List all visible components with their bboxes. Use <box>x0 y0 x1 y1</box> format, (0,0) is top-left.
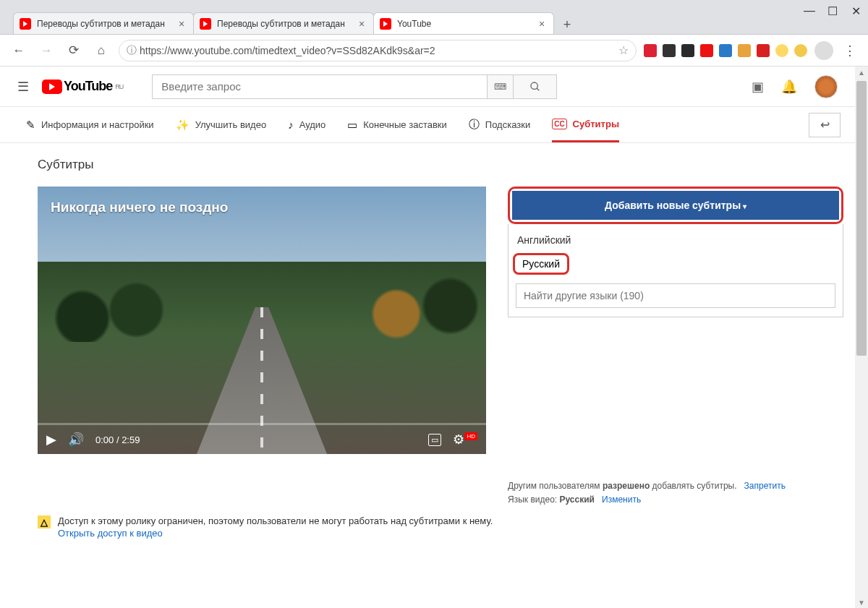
youtube-header: ☰ YouTube RU ⌨ ▣ 🔔 <box>0 67 855 107</box>
subtitles-panel: Добавить новые субтитры Английский Русск… <box>508 187 843 507</box>
tab-audio[interactable]: ♪ Аудио <box>288 107 326 142</box>
address-bar[interactable]: ⓘ https://www.youtube.com/timedtext_vide… <box>119 40 637 61</box>
tab-subtitles[interactable]: CC Субтитры <box>552 107 619 142</box>
info-circle-icon: ⓘ <box>469 118 480 132</box>
play-button-icon[interactable]: ▶ <box>46 432 56 448</box>
page-scrollbar[interactable]: ▲ ▼ <box>855 67 868 608</box>
tab-title: YouTube <box>397 19 535 29</box>
browser-tab-strip: Переводы субтитров и метадан × Переводы … <box>0 0 868 35</box>
browser-menu-button[interactable]: ⋮ <box>841 43 859 59</box>
extension-icon[interactable] <box>681 44 694 57</box>
language-search <box>516 283 835 308</box>
language-option-english[interactable]: Английский <box>509 228 843 252</box>
undo-button[interactable]: ↩ <box>809 113 841 137</box>
browser-tab[interactable]: Переводы субтитров и метадан × <box>13 12 194 34</box>
endscreen-icon: ▭ <box>347 119 357 132</box>
change-language-link[interactable]: Изменить <box>602 494 641 505</box>
tab-title: Переводы субтитров и метадан <box>37 19 174 29</box>
tab-cards[interactable]: ⓘ Подсказки <box>469 107 530 142</box>
subtitle-meta: Другим пользователям разрешено добавлять… <box>508 469 843 507</box>
browser-profile-avatar[interactable] <box>814 41 833 60</box>
youtube-play-icon <box>42 80 62 94</box>
new-tab-button[interactable]: + <box>558 15 576 34</box>
browser-tab[interactable]: Переводы субтитров и метадан × <box>193 12 374 34</box>
scroll-up-icon[interactable]: ▲ <box>855 67 868 78</box>
nav-reload-button[interactable]: ⟳ <box>64 40 84 61</box>
tab-label: Улучшить видео <box>195 119 267 130</box>
page-title: Субтитры <box>38 158 843 172</box>
language-dropdown: Английский Русский <box>508 224 843 317</box>
bookmark-star-icon[interactable]: ☆ <box>618 43 629 57</box>
nav-home-button[interactable]: ⌂ <box>91 40 111 61</box>
url-text: https://www.youtube.com/timedtext_video?… <box>140 45 618 56</box>
extension-icon[interactable] <box>738 44 751 57</box>
extension-icon[interactable] <box>757 44 770 57</box>
disallow-link[interactable]: Запретить <box>744 481 786 491</box>
extension-icon[interactable] <box>663 44 676 57</box>
access-warning: △ Доступ к этому ролику ограничен, поэто… <box>0 507 855 547</box>
video-player[interactable]: Никогда ничего не поздно ▶ 🔊 0:00 / 2:59… <box>38 187 486 454</box>
youtube-favicon-icon <box>200 18 211 30</box>
tab-info-settings[interactable]: ✎ Информация и настройки <box>26 107 154 142</box>
extension-icon[interactable] <box>719 44 732 57</box>
language-option-russian[interactable]: Русский <box>513 253 569 275</box>
notifications-bell-icon[interactable]: 🔔 <box>781 79 797 95</box>
extension-icon[interactable] <box>644 44 657 57</box>
pencil-icon: ✎ <box>26 119 35 132</box>
maximize-icon[interactable]: ☐ <box>827 6 838 16</box>
video-title-overlay: Никогда ничего не поздно <box>51 200 228 215</box>
nav-forward-button[interactable]: → <box>36 40 56 61</box>
tab-label: Субтитры <box>573 119 619 129</box>
browser-tab-active[interactable]: YouTube × <box>373 12 554 34</box>
header-actions: ▣ 🔔 <box>752 75 838 98</box>
volume-icon[interactable]: 🔊 <box>68 432 84 448</box>
tab-close-icon[interactable]: × <box>179 18 187 30</box>
svg-line-1 <box>537 88 539 90</box>
tab-close-icon[interactable]: × <box>359 18 367 30</box>
scrollbar-thumb[interactable] <box>856 81 867 356</box>
upload-video-icon[interactable]: ▣ <box>752 79 764 95</box>
warning-text: Доступ к этому ролику ограничен, поэтому… <box>58 515 493 526</box>
user-avatar[interactable] <box>814 75 838 98</box>
cc-icon: CC <box>552 119 566 129</box>
language-search-input[interactable] <box>516 283 835 308</box>
hamburger-menu-icon[interactable]: ☰ <box>17 79 29 95</box>
add-subtitles-button[interactable]: Добавить новые субтитры <box>512 191 839 220</box>
window-controls: — ☐ ✕ <box>804 6 861 16</box>
settings-gear-icon[interactable]: ⚙HD <box>453 432 477 448</box>
player-controls: ▶ 🔊 0:00 / 2:59 ▭ ⚙HD <box>38 425 486 454</box>
logo-region: RU <box>115 83 123 90</box>
tab-label: Конечные заставки <box>363 119 447 130</box>
warning-icon: △ <box>38 515 51 528</box>
scroll-down-icon[interactable]: ▼ <box>855 596 868 608</box>
logo-text: YouTube <box>64 79 112 94</box>
progress-bar[interactable] <box>38 423 486 425</box>
browser-toolbar: ← → ⟳ ⌂ ⓘ https://www.youtube.com/timedt… <box>0 35 868 67</box>
svg-point-0 <box>531 82 537 89</box>
video-frame-trees <box>38 262 486 342</box>
open-access-link[interactable]: Открыть доступ к видео <box>58 528 493 539</box>
nav-back-button[interactable]: ← <box>9 40 29 61</box>
search-input[interactable] <box>152 74 488 99</box>
add-subtitles-highlight: Добавить новые субтитры <box>508 187 843 224</box>
minimize-icon[interactable]: — <box>804 6 814 16</box>
close-icon[interactable]: ✕ <box>851 6 861 16</box>
captions-icon[interactable]: ▭ <box>428 434 441 446</box>
youtube-favicon-icon <box>20 18 31 30</box>
keyboard-icon[interactable]: ⌨ <box>488 74 514 99</box>
extension-icon[interactable] <box>700 44 713 57</box>
tab-title: Переводы субтитров и метадан <box>217 19 354 29</box>
extension-icon[interactable] <box>775 44 788 57</box>
main-content: Субтитры Никогда ничего не поздно ▶ 🔊 0:… <box>0 143 855 507</box>
tab-label: Информация и настройки <box>41 119 154 130</box>
extension-icon[interactable] <box>794 44 807 57</box>
extension-icons <box>644 44 807 57</box>
tab-close-icon[interactable]: × <box>539 18 548 30</box>
tab-endscreens[interactable]: ▭ Конечные заставки <box>347 107 447 142</box>
youtube-logo[interactable]: YouTube RU <box>42 79 123 94</box>
music-note-icon: ♪ <box>288 119 294 131</box>
tab-label: Подсказки <box>485 119 530 130</box>
site-info-icon[interactable]: ⓘ <box>127 44 137 57</box>
search-button[interactable] <box>514 74 557 99</box>
tab-enhance[interactable]: ✨ Улучшить видео <box>176 107 267 142</box>
